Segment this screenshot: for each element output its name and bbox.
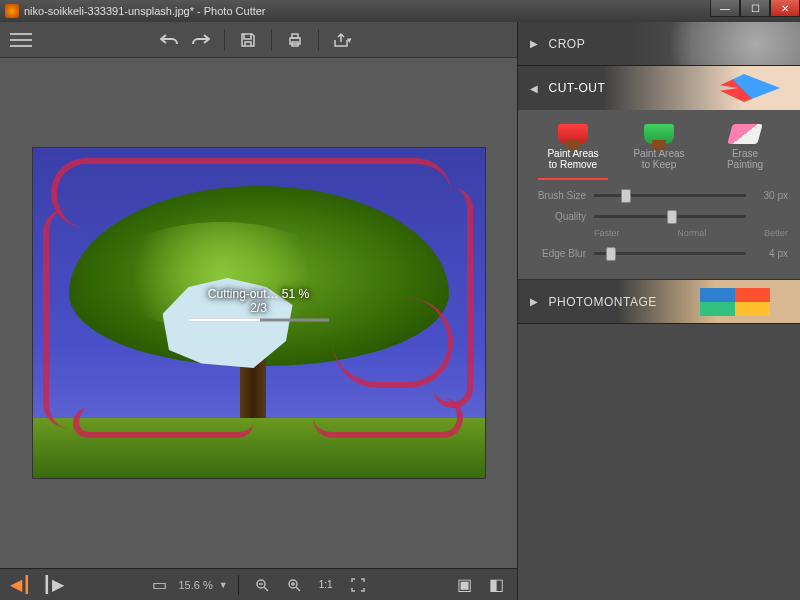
progress-step: 2/3 <box>189 301 329 315</box>
maximize-button[interactable]: ☐ <box>740 0 770 17</box>
edge-blur-row: Edge Blur 4 px <box>530 248 788 259</box>
brush-size-value: 30 px <box>754 190 788 201</box>
photomontage-panel-title: PHOTOMONTAGE <box>549 295 657 309</box>
menu-button[interactable] <box>8 30 34 50</box>
brush-remove-icon <box>558 124 588 144</box>
remove-stroke <box>313 398 463 438</box>
before-after-button[interactable]: ◧ <box>483 572 509 598</box>
cutout-panel: Paint Areas to Remove Paint Areas to Kee… <box>518 110 800 280</box>
image-canvas[interactable]: Cutting-out… 51 % 2/3 <box>33 148 485 478</box>
brush-size-label: Brush Size <box>530 190 586 201</box>
share-button[interactable]: ▾ <box>329 27 355 53</box>
chevron-right-icon: ▶ <box>530 38 539 49</box>
svg-line-7 <box>296 587 300 591</box>
quality-better-label: Better <box>764 228 788 238</box>
brush-keep-icon <box>644 124 674 144</box>
quality-slider[interactable] <box>594 215 746 218</box>
edge-blur-label: Edge Blur <box>530 248 586 259</box>
quality-row: Quality <box>530 211 788 222</box>
app-icon <box>5 4 19 18</box>
window-controls: — ☐ ✕ <box>710 0 800 22</box>
erase-painting-tool[interactable]: Erase Painting <box>705 120 785 174</box>
window-title: niko-soikkeli-333391-unsplash.jpg* - Pho… <box>24 5 710 17</box>
fit-screen-button[interactable]: ▭ <box>146 572 172 598</box>
chevron-right-icon: ▶ <box>530 296 539 307</box>
paint-remove-tool[interactable]: Paint Areas to Remove <box>533 120 613 174</box>
cutout-panel-header[interactable]: ◀ CUT-OUT <box>518 66 800 110</box>
remove-stroke <box>73 408 253 438</box>
brush-size-slider[interactable] <box>594 194 746 197</box>
zoom-value: 15.6 % <box>178 579 212 591</box>
quality-normal-label: Normal <box>677 228 706 238</box>
print-button[interactable] <box>282 27 308 53</box>
undo-button[interactable] <box>156 27 182 53</box>
edge-blur-value: 4 px <box>754 248 788 259</box>
progress-bar <box>189 319 329 322</box>
crop-panel-header[interactable]: ▶ CROP <box>518 22 800 66</box>
paint-keep-tool[interactable]: Paint Areas to Keep <box>619 120 699 174</box>
progress-overlay: Cutting-out… 51 % 2/3 <box>189 287 329 326</box>
statusbar: ◀┃ ┃▶ ▭ 15.6 % ▼ 1:1 ▣ ◧ <box>0 568 517 600</box>
minimize-button[interactable]: — <box>710 0 740 17</box>
actual-size-button[interactable]: 1:1 <box>313 572 339 598</box>
svg-line-4 <box>264 587 268 591</box>
side-panel: ▶ CROP ◀ CUT-OUT Paint Areas to Remove P… <box>518 22 800 600</box>
edge-blur-slider[interactable] <box>594 252 746 255</box>
next-image-button[interactable]: ┃▶ <box>40 572 66 598</box>
progress-label: Cutting-out… 51 % <box>189 287 329 301</box>
zoom-out-button[interactable] <box>249 572 275 598</box>
remove-stroke <box>333 298 453 388</box>
zoom-fit-button[interactable] <box>345 572 371 598</box>
photomontage-panel-header[interactable]: ▶ PHOTOMONTAGE <box>518 280 800 324</box>
cutout-panel-title: CUT-OUT <box>549 81 606 95</box>
main-toolbar: ▾ <box>0 22 517 58</box>
editor-pane: ▾ Cutting-out… 51 % 2/3 <box>0 22 518 600</box>
zoom-in-button[interactable] <box>281 572 307 598</box>
remove-stroke <box>51 158 451 228</box>
redo-button[interactable] <box>188 27 214 53</box>
compare-button[interactable]: ▣ <box>451 572 477 598</box>
quality-label: Quality <box>530 211 586 222</box>
remove-stroke <box>43 208 93 428</box>
crop-panel-title: CROP <box>549 37 586 51</box>
brush-size-row: Brush Size 30 px <box>530 190 788 201</box>
quality-faster-label: Faster <box>594 228 620 238</box>
prev-image-button[interactable]: ◀┃ <box>8 572 34 598</box>
save-button[interactable] <box>235 27 261 53</box>
canvas-area[interactable]: Cutting-out… 51 % 2/3 <box>0 58 517 568</box>
svg-rect-1 <box>292 34 298 38</box>
zoom-dropdown-icon[interactable]: ▼ <box>219 580 228 590</box>
eraser-icon <box>727 124 762 144</box>
chevron-down-icon: ◀ <box>530 83 539 94</box>
titlebar: niko-soikkeli-333391-unsplash.jpg* - Pho… <box>0 0 800 22</box>
close-button[interactable]: ✕ <box>770 0 800 17</box>
